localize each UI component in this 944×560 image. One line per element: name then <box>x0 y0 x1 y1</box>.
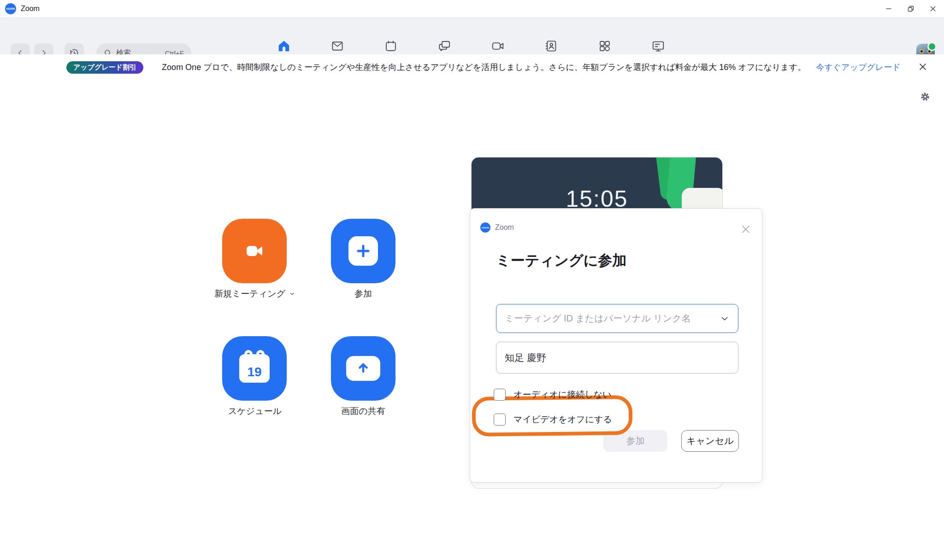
join-button-disabled[interactable]: 参加 <box>603 430 667 452</box>
banner-close-icon[interactable] <box>918 62 927 71</box>
window-title: Zoom <box>21 5 40 13</box>
display-name-value: 知足 慶野 <box>505 351 546 364</box>
zoom-logo-icon: zoom <box>5 3 16 14</box>
calendar-19-icon: 19 <box>239 354 270 383</box>
checkbox-unchecked[interactable] <box>494 414 506 426</box>
calendar-icon <box>384 39 398 53</box>
close-window-button[interactable] <box>922 0 944 17</box>
join-meeting-button[interactable] <box>331 219 395 283</box>
online-status-dot <box>927 42 937 51</box>
settings-gear-icon[interactable] <box>919 91 931 103</box>
dialog-heading: ミーティングに参加 <box>496 251 626 270</box>
new-meeting-button[interactable] <box>222 219 287 283</box>
meeting-id-dropdown[interactable]: ミーティング ID またはパーソナル リンク名 <box>496 304 738 333</box>
schedule-button[interactable]: 19 <box>222 336 287 401</box>
plus-icon <box>348 236 378 266</box>
share-screen-button[interactable] <box>331 336 395 401</box>
whiteboard-icon <box>651 39 665 53</box>
video-camera-icon <box>243 240 266 262</box>
title-bar: zoom Zoom <box>0 0 944 17</box>
nav-bar: 検索 Ctrl+F ホーム メール カレンダー チームチャ <box>0 17 944 54</box>
chevron-down-icon <box>289 291 295 297</box>
meeting-id-placeholder: ミーティング ID またはパーソナル リンク名 <box>505 312 691 325</box>
share-screen-label: 画面の共有 <box>299 405 428 417</box>
upgrade-banner: アップグレード割引 Zoom One プロで、時間制限なしのミーティングや生産性… <box>0 54 944 80</box>
cancel-button[interactable]: キャンセル <box>681 430 739 452</box>
chevron-down-icon <box>720 314 730 324</box>
dialog-title: Zoom <box>495 223 514 232</box>
window-controls <box>878 0 944 17</box>
mail-icon <box>330 39 344 53</box>
join-meeting-dialog: zoom Zoom ミーティングに参加 ミーティング ID またはパーソナル リ… <box>470 208 762 483</box>
banner-message: Zoom One プロで、時間制限なしのミーティングや生産性を向上させるアプリな… <box>162 62 806 73</box>
contact-badge-icon <box>544 39 558 53</box>
apps-grid-icon <box>598 39 612 53</box>
home-icon <box>277 39 291 53</box>
checkbox-unchecked[interactable] <box>494 389 506 401</box>
chat-icon <box>437 39 451 53</box>
avatar-owl-eye <box>920 49 924 53</box>
video-camera-icon <box>491 39 505 53</box>
arrow-up-icon <box>346 356 380 381</box>
display-name-input[interactable]: 知足 慶野 <box>496 342 738 373</box>
minimize-button[interactable] <box>878 0 900 17</box>
dialog-close-icon[interactable] <box>741 224 751 234</box>
upgrade-now-link[interactable]: 今すぐアップグレード <box>816 62 900 73</box>
dialog-header: zoom Zoom <box>480 222 514 233</box>
audio-checkbox-row[interactable]: オーディオに接続しない <box>494 389 612 401</box>
join-label: 参加 <box>299 288 428 300</box>
video-off-checkbox-row[interactable]: マイビデオをオフにする <box>494 414 612 426</box>
restore-button[interactable] <box>900 0 922 17</box>
zoom-logo-icon: zoom <box>480 222 490 233</box>
upgrade-badge: アップグレード割引 <box>66 61 143 74</box>
